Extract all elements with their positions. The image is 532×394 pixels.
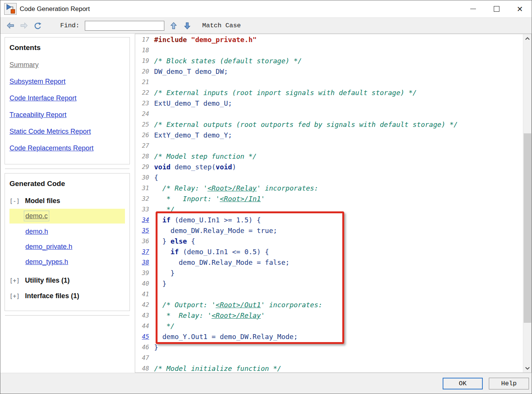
contents-link-summary[interactable]: Summary bbox=[9, 61, 39, 69]
contents-panel: Contents SummarySubsystem ReportCode Int… bbox=[5, 37, 130, 164]
contents-link-static-code-metrics-report[interactable]: Static Code Metrics Report bbox=[9, 128, 91, 135]
collapse-icon[interactable]: [-] bbox=[9, 198, 20, 205]
line-number: 47 bbox=[135, 353, 149, 363]
contents-link-code-replacements-report[interactable]: Code Replacements Report bbox=[9, 144, 94, 152]
maximize-button[interactable] bbox=[485, 0, 508, 17]
code-text: */ bbox=[154, 204, 175, 215]
line-number-link[interactable]: 37 bbox=[135, 247, 149, 257]
minimize-button[interactable] bbox=[461, 0, 485, 17]
code-segment: demo_step( bbox=[170, 163, 215, 171]
line-number: 42 bbox=[135, 300, 149, 310]
contents-item: Summary bbox=[9, 61, 125, 69]
code-segment: demo_DW.Relay_Mode = false; bbox=[154, 258, 290, 266]
code-line-17: 17#include "demo_private.h" bbox=[135, 34, 523, 45]
contents-item: Code Interface Report bbox=[9, 94, 125, 102]
code-line-47: 47 bbox=[135, 353, 523, 363]
chevron-up-icon bbox=[525, 37, 530, 40]
sidebar-divider bbox=[5, 169, 129, 169]
code-text: /* External outputs (root outports fed b… bbox=[154, 119, 458, 130]
code-text: } bbox=[154, 278, 167, 289]
expand-icon[interactable]: [+] bbox=[9, 293, 20, 300]
match-case-option[interactable]: Match Case bbox=[202, 22, 241, 29]
code-text: demo_DW.Relay_Mode = true; bbox=[154, 225, 277, 236]
code-line-25: 25/* External outputs (root outports fed… bbox=[135, 119, 523, 130]
code-segment: DW_demo_T demo_DW; bbox=[154, 67, 228, 75]
vertical-scrollbar[interactable] bbox=[523, 34, 531, 372]
refresh-icon bbox=[33, 22, 42, 30]
file-link-demo-private-h[interactable]: demo_private.h bbox=[25, 243, 72, 250]
code-line-46: 46} bbox=[135, 342, 523, 353]
line-number-link[interactable]: 34 bbox=[135, 215, 149, 225]
traceability-link[interactable]: <Root>/In1 bbox=[220, 195, 261, 203]
contents-item: Subsystem Report bbox=[9, 78, 125, 86]
line-number: 17 bbox=[135, 34, 149, 45]
code-segment: if bbox=[162, 216, 171, 224]
code-segment: } bbox=[154, 280, 167, 288]
toolbar: Find: Match Case bbox=[0, 17, 532, 34]
expand-icon[interactable]: [+] bbox=[9, 277, 20, 284]
generated-code-tree: [-]Model filesdemo.cdemo.hdemo_private.h… bbox=[9, 197, 125, 300]
help-button[interactable]: Help bbox=[489, 378, 529, 389]
code-segment: /* Outport: ' bbox=[154, 301, 216, 309]
code-segment: } bbox=[154, 237, 170, 245]
up-arrow-icon bbox=[170, 22, 177, 30]
forward-button[interactable] bbox=[17, 19, 31, 32]
code-segment: /* Relay: ' bbox=[154, 184, 207, 192]
code-segment: ' incorporates: bbox=[257, 184, 318, 192]
line-number: 30 bbox=[135, 172, 149, 183]
code-text: */ bbox=[154, 321, 175, 331]
scroll-down-button[interactable] bbox=[523, 364, 532, 372]
code-line-23: 23ExtU_demo_T demo_U; bbox=[135, 98, 523, 109]
find-input[interactable] bbox=[85, 21, 164, 31]
file-link-demo-h[interactable]: demo.h bbox=[25, 228, 48, 235]
code-line-37: 37 if (demo_U.In1 <= 0.5) { bbox=[135, 247, 523, 257]
code-line-20: 20DW_demo_T demo_DW; bbox=[135, 66, 523, 77]
code-segment bbox=[154, 248, 170, 256]
code-line-29: 29void demo_step(void) bbox=[135, 162, 523, 172]
back-button[interactable] bbox=[3, 19, 17, 32]
file-list: demo.cdemo.hdemo_private.hdemo_types.h bbox=[9, 209, 125, 269]
traceability-link[interactable]: <Root>/Out1 bbox=[216, 301, 261, 309]
code-text: /* Model initialize function */ bbox=[154, 363, 281, 372]
find-next-button[interactable] bbox=[180, 19, 194, 32]
contents-link-traceability-report[interactable]: Traceability Report bbox=[9, 111, 66, 119]
code-line-44: 44 */ bbox=[135, 321, 523, 331]
code-segment: /* Block states (default storage) */ bbox=[154, 57, 302, 65]
code-segment: ) bbox=[232, 163, 236, 171]
line-number: 32 bbox=[135, 194, 149, 204]
scroll-up-button[interactable] bbox=[523, 34, 532, 42]
code-segment: * Relay: ' bbox=[154, 311, 212, 319]
ok-button[interactable]: OK bbox=[443, 378, 483, 389]
traceability-link[interactable]: <Root>/Relay bbox=[207, 184, 257, 192]
line-number-link[interactable]: 35 bbox=[135, 225, 149, 236]
file-link-demo-c[interactable]: demo.c bbox=[25, 212, 48, 220]
code-segment: if bbox=[170, 248, 179, 256]
traceability-link[interactable]: <Root>/Relay bbox=[212, 311, 261, 319]
line-number: 21 bbox=[135, 77, 149, 88]
code-segment: (demo_U.In1 <= 0.5) { bbox=[179, 248, 269, 256]
code-segment: /* External outputs (root outports fed b… bbox=[154, 120, 458, 128]
scrollbar-thumb[interactable] bbox=[524, 133, 531, 323]
line-number: 43 bbox=[135, 310, 149, 321]
close-button[interactable]: ✕ bbox=[508, 0, 532, 17]
file-link-demo-types-h[interactable]: demo_types.h bbox=[25, 258, 68, 266]
refresh-button[interactable] bbox=[31, 19, 44, 32]
code-segment: void bbox=[154, 163, 170, 171]
code-segment: demo_Y.Out1 = demo_DW.Relay_Mode; bbox=[154, 333, 298, 341]
line-number: 18 bbox=[135, 45, 149, 56]
code-line-21: 21 bbox=[135, 77, 523, 88]
code-segment: "demo_private.h" bbox=[191, 36, 257, 44]
code-text: demo_Y.Out1 = demo_DW.Relay_Mode; bbox=[154, 331, 298, 342]
code-segment: */ bbox=[154, 205, 175, 213]
down-arrow-icon bbox=[184, 22, 190, 30]
file-group-label: Utility files (1) bbox=[25, 277, 70, 285]
generated-code-heading: Generated Code bbox=[9, 180, 125, 188]
code-text: } bbox=[154, 268, 175, 278]
line-number: 26 bbox=[135, 130, 149, 141]
code-text: void demo_step(void) bbox=[154, 162, 236, 172]
line-number-link[interactable]: 45 bbox=[135, 331, 149, 342]
contents-link-subsystem-report[interactable]: Subsystem Report bbox=[9, 78, 66, 85]
find-previous-button[interactable] bbox=[167, 19, 180, 32]
line-number-link[interactable]: 38 bbox=[135, 257, 149, 268]
contents-link-code-interface-report[interactable]: Code Interface Report bbox=[9, 94, 76, 102]
